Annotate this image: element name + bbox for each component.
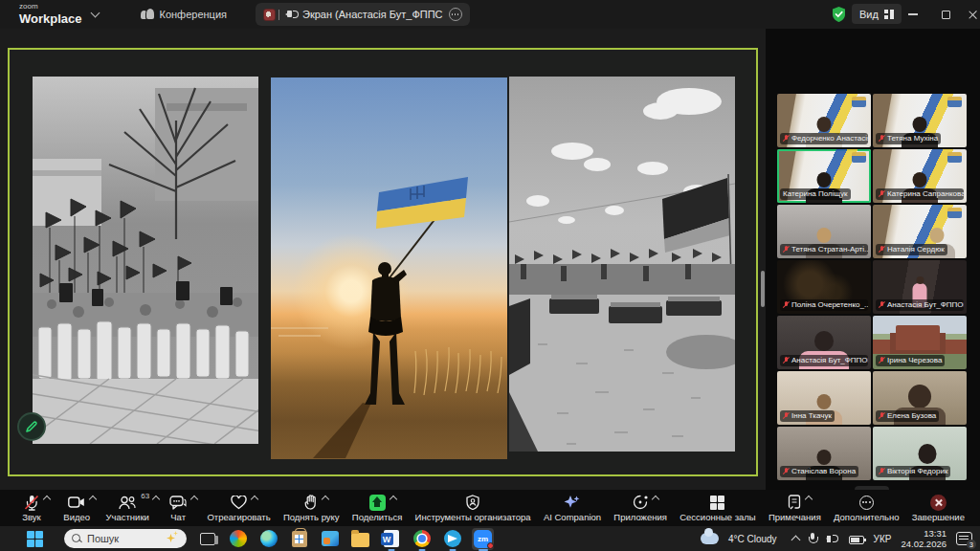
microsoft-store-button[interactable] <box>288 528 310 550</box>
taskbar-search[interactable]: Пошук <box>64 529 187 548</box>
reactions-options-caret[interactable] <box>251 496 258 503</box>
notes-icon <box>788 495 801 510</box>
notes-options-caret[interactable] <box>805 496 813 503</box>
participants-button[interactable]: 63 Участники <box>106 494 149 522</box>
folder-icon <box>351 533 369 547</box>
tab-options-icon[interactable] <box>449 8 462 21</box>
participant-name: Поліна Очеретенко_... <box>791 300 868 310</box>
notes-button-label: Примечания <box>768 512 821 522</box>
participant-tile[interactable]: Федорченко Анастасія <box>777 94 871 147</box>
store-icon <box>292 531 307 547</box>
more-ellipsis-icon <box>859 496 874 510</box>
chat-options-caret[interactable] <box>190 496 198 503</box>
photo-soldier-flag-sunset <box>271 77 507 459</box>
video-options-caret[interactable] <box>89 496 97 503</box>
start-button[interactable] <box>27 531 43 547</box>
pencil-icon <box>25 420 38 433</box>
telegram-icon <box>444 530 461 547</box>
apps-options-caret[interactable] <box>652 496 659 503</box>
participant-tile[interactable]: Тетяна Мухіна <box>873 94 967 147</box>
notification-center-icon[interactable]: 3 <box>956 532 972 545</box>
chevron-down-icon[interactable] <box>90 9 100 18</box>
panel-resize-handle[interactable] <box>761 271 765 307</box>
time-text: 13:31 <box>901 528 947 539</box>
participant-tile[interactable]: Станіслав Ворона <box>777 427 871 480</box>
participant-tile[interactable]: Ірина Черезова <box>873 316 967 369</box>
zoom-workplace-logo: zoomWorkplace <box>19 3 82 26</box>
participant-name: Катерина Сапранкова <box>887 189 964 199</box>
minimize-button[interactable] <box>898 0 928 29</box>
muted-mic-icon <box>783 357 790 365</box>
telegram-button[interactable] <box>441 528 463 550</box>
heart-icon <box>231 496 247 510</box>
zoom-app-button[interactable]: zm <box>472 528 494 550</box>
participant-name: Наталія Сердюк <box>887 245 945 254</box>
language-indicator[interactable]: УКР <box>874 534 892 544</box>
notes-button[interactable]: Примечания <box>768 494 821 522</box>
participants-button-label: Участники <box>106 512 149 522</box>
tray-speaker-icon[interactable] <box>826 533 839 544</box>
word-button[interactable]: W <box>380 528 402 550</box>
tab-conference[interactable]: Конференция <box>141 9 227 20</box>
participant-name: Анастасія Бут_ФППОМ <box>791 356 868 365</box>
chrome-icon <box>413 530 431 547</box>
task-view-button[interactable] <box>196 528 218 550</box>
copilot-button[interactable] <box>227 528 249 550</box>
shared-screen-region <box>8 48 758 476</box>
audio-button[interactable]: Звук <box>15 494 48 522</box>
participant-tile[interactable]: Вікторія Федорик <box>873 427 967 480</box>
presenter-avatar <box>263 9 276 21</box>
video-button[interactable]: Видео <box>60 494 93 522</box>
participant-tile[interactable]: Катерина Сапранкова <box>873 149 967 203</box>
muted-mic-icon <box>783 246 790 254</box>
clock[interactable]: 13:31 24.02.2026 <box>901 528 947 549</box>
edge-button[interactable] <box>257 528 279 550</box>
tray-mic-icon[interactable] <box>809 533 816 544</box>
more-button-label: Дополнительно <box>834 512 899 522</box>
participant-tile[interactable]: Елена Бузова <box>873 371 967 425</box>
breakout-rooms-button[interactable]: Сессионные залы <box>679 494 756 522</box>
share-options-caret[interactable] <box>389 496 396 503</box>
participant-tile-active-speaker[interactable]: Катерина Поліщук <box>777 149 871 203</box>
muted-mic-icon <box>783 135 790 143</box>
participant-tile[interactable]: Анастасія Бут_ФППОМ <box>777 316 871 369</box>
raise-hand-options-caret[interactable] <box>322 496 329 503</box>
share-screen-button[interactable]: Поделиться <box>352 494 402 522</box>
word-icon: W <box>384 530 399 547</box>
weather-text[interactable]: 4°C Cloudy <box>728 534 777 544</box>
end-meeting-button[interactable]: Завершение <box>912 494 965 522</box>
participant-tile[interactable]: Інна Ткачук <box>777 371 871 425</box>
participant-tile[interactable]: Поліна Очеретенко_... <box>777 260 871 314</box>
muted-mic-icon <box>879 301 885 310</box>
chat-button[interactable]: Чат <box>162 494 194 522</box>
end-meeting-button-label: Завершение <box>912 512 965 522</box>
muted-mic-icon <box>879 357 885 365</box>
host-tools-button[interactable]: Инструменты организатора <box>415 494 531 522</box>
reactions-button[interactable]: Отреагировать <box>207 494 270 522</box>
outlook-button[interactable] <box>319 528 341 550</box>
weather-cloud-icon <box>701 533 719 544</box>
raised-hand-icon <box>304 495 318 510</box>
ai-companion-button[interactable]: AI Companion <box>544 494 601 522</box>
more-button[interactable]: Дополнительно <box>834 494 899 522</box>
file-explorer-button[interactable] <box>349 528 371 550</box>
chrome-button[interactable] <box>411 528 433 550</box>
participant-gallery: Федорченко Анастасія Тетяна Мухіна Катер… <box>777 94 967 480</box>
tab-screen-share[interactable]: Экран (Анастасія Бут_ФППС <box>256 3 470 26</box>
participant-tile[interactable]: Наталія Сердюк <box>873 205 967 258</box>
participant-tile[interactable]: Анастасія Бут_ФППОМ <box>873 260 967 314</box>
participant-tile[interactable]: Тетяна Стратан-Арті... <box>777 205 871 258</box>
muted-mic-icon <box>783 468 790 476</box>
apps-button[interactable]: Приложения <box>613 494 667 522</box>
tray-expand-icon[interactable] <box>791 536 800 545</box>
annotate-button[interactable] <box>17 412 46 441</box>
muted-mic-icon <box>783 301 790 310</box>
audio-options-caret[interactable] <box>43 496 51 503</box>
participants-options-caret[interactable] <box>152 496 160 503</box>
photo-memorial-flags-bw <box>33 77 258 444</box>
raise-hand-button[interactable]: Поднять руку <box>283 494 340 522</box>
view-button[interactable]: Вид <box>852 4 902 24</box>
battery-icon[interactable] <box>849 536 864 544</box>
reactions-button-label: Отреагировать <box>207 512 270 522</box>
close-button[interactable] <box>957 0 980 29</box>
